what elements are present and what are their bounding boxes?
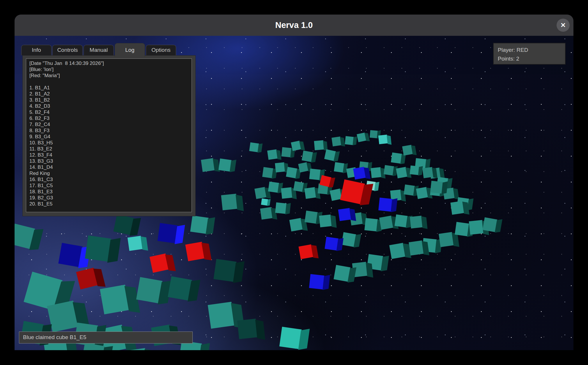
cube[interactable]	[113, 214, 134, 235]
cube[interactable]	[268, 182, 279, 193]
cube[interactable]	[249, 142, 259, 152]
cube[interactable]	[281, 147, 291, 157]
cube[interactable]	[221, 194, 238, 210]
log-line: [Blue: 'Ion']	[29, 66, 188, 72]
cube[interactable]	[309, 274, 325, 290]
cube[interactable]	[409, 240, 424, 256]
cube[interactable]	[338, 208, 351, 221]
cube[interactable]	[353, 167, 366, 180]
cube[interactable]	[298, 162, 309, 173]
cube[interactable]	[334, 265, 350, 282]
cube[interactable]	[364, 218, 378, 231]
cube[interactable]	[357, 132, 366, 142]
cube[interactable]	[289, 218, 303, 231]
cube[interactable]	[379, 216, 394, 230]
cube[interactable]	[345, 136, 354, 145]
cube[interactable]	[439, 232, 454, 247]
cube[interactable]	[208, 302, 235, 329]
cube[interactable]	[450, 201, 464, 215]
close-button[interactable]: ✕	[557, 19, 570, 32]
cube[interactable]	[455, 222, 469, 236]
cube[interactable]	[237, 319, 258, 339]
cube-face	[345, 136, 354, 145]
cube[interactable]	[201, 158, 215, 172]
cube[interactable]	[291, 141, 301, 151]
cube[interactable]	[279, 327, 302, 349]
cube[interactable]	[261, 199, 268, 206]
cube[interactable]	[267, 149, 278, 160]
cube-face	[208, 302, 235, 329]
cube[interactable]	[396, 167, 407, 178]
cube[interactable]	[293, 181, 304, 192]
log-line: 20. B1_E5	[29, 201, 188, 207]
cube[interactable]	[410, 166, 419, 175]
cube[interactable]	[168, 276, 192, 300]
cube[interactable]	[430, 181, 443, 194]
cube[interactable]	[378, 135, 388, 144]
cube[interactable]	[404, 185, 415, 196]
cube[interactable]	[334, 162, 344, 173]
cube[interactable]	[304, 187, 316, 199]
cube[interactable]	[483, 217, 497, 232]
cube[interactable]	[286, 167, 297, 178]
cube[interactable]	[410, 216, 423, 228]
cube-face	[364, 218, 378, 231]
log-line: 2. B1_A2	[29, 91, 188, 97]
cube[interactable]	[85, 235, 111, 262]
cube-face	[450, 201, 464, 215]
cube[interactable]	[157, 223, 178, 243]
cube-face	[314, 140, 324, 150]
cube[interactable]	[314, 140, 324, 150]
tab-controls[interactable]: Controls	[52, 45, 83, 55]
cube-face	[430, 181, 443, 194]
cube[interactable]	[136, 277, 162, 303]
tab-options[interactable]: Options	[146, 45, 176, 55]
cube[interactable]	[304, 210, 318, 224]
cube[interactable]	[389, 243, 405, 259]
cube[interactable]	[275, 202, 287, 214]
cube[interactable]	[309, 169, 321, 180]
tab-manual[interactable]: Manual	[84, 45, 114, 55]
cube[interactable]	[299, 244, 314, 259]
cube[interactable]	[422, 167, 433, 178]
cube[interactable]	[260, 207, 273, 220]
cube[interactable]	[213, 259, 236, 282]
cube[interactable]	[340, 179, 365, 204]
cube[interactable]	[332, 137, 341, 146]
cube[interactable]	[127, 236, 143, 251]
cube[interactable]	[302, 150, 313, 162]
cube[interactable]	[371, 167, 381, 178]
cube[interactable]	[275, 162, 285, 172]
cube[interactable]	[378, 198, 392, 212]
cube[interactable]	[15, 224, 35, 249]
log-area[interactable]: [Date "Thu Jan 8 14:30:39 2026"][Blue: '…	[26, 59, 192, 212]
cube[interactable]	[341, 232, 356, 247]
tab-info[interactable]: Info	[21, 45, 52, 55]
tab-bar: InfoControlsManualLogOptions	[21, 43, 176, 57]
cube[interactable]	[469, 220, 484, 235]
cube[interactable]	[370, 130, 378, 138]
cube[interactable]	[391, 153, 402, 164]
cube[interactable]	[254, 187, 267, 199]
cube[interactable]	[185, 242, 205, 261]
cube[interactable]	[100, 285, 130, 314]
cube[interactable]	[76, 267, 98, 289]
cube[interactable]	[262, 167, 273, 178]
log-line: 6. B2_F3	[29, 115, 188, 121]
cube[interactable]	[319, 215, 332, 227]
cube[interactable]	[58, 243, 82, 267]
cube-side-face	[285, 203, 291, 214]
tab-log[interactable]: Log	[115, 43, 145, 57]
cube[interactable]	[394, 214, 408, 227]
cube[interactable]	[218, 158, 231, 171]
cube[interactable]	[416, 187, 428, 199]
cube[interactable]	[402, 145, 413, 155]
cube[interactable]	[325, 237, 338, 250]
cube[interactable]	[190, 215, 208, 234]
cube-side-face	[145, 349, 156, 350]
cube[interactable]	[150, 254, 169, 273]
cube[interactable]	[324, 149, 336, 161]
cube[interactable]	[281, 187, 293, 199]
cube[interactable]	[384, 165, 394, 176]
cube[interactable]	[47, 300, 79, 332]
